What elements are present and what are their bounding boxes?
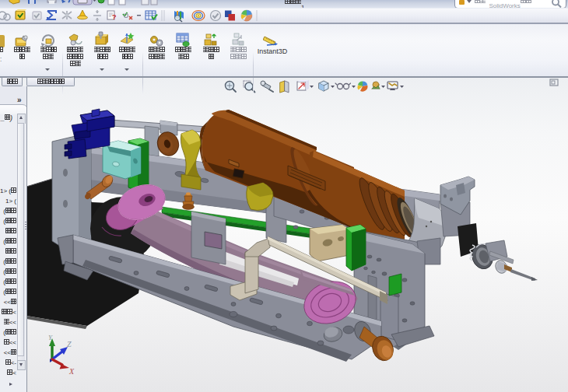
svg-text:X: X: [68, 367, 75, 376]
svg-text:Z: Z: [67, 340, 72, 348]
svg-text:?: ?: [112, 13, 117, 21]
